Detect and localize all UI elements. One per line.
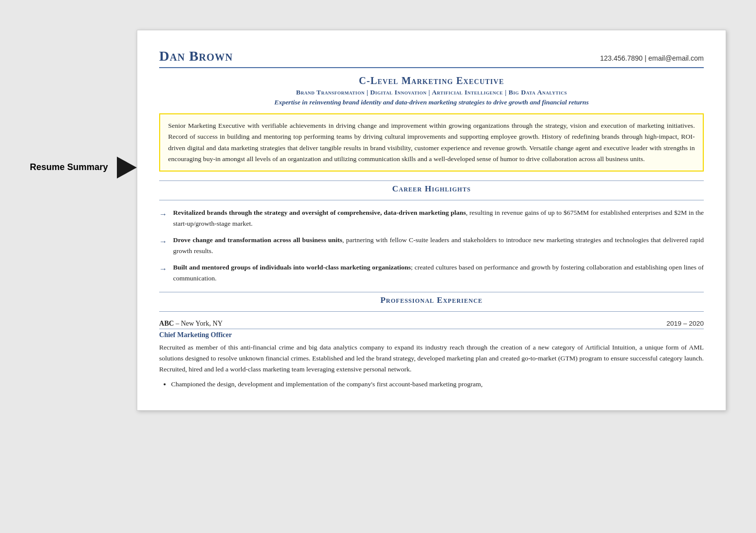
highlight-text-2: Drove change and transformation across a… [173,235,704,256]
highlight-arrow-icon: → [159,263,167,275]
resume-document: Dan Brown 123.456.7890 | email@email.com… [137,30,726,411]
job-title: C-Level Marketing Executive [159,75,704,87]
career-highlights-title: Career Highlights [392,184,471,193]
annotation-wrapper: Resume Summary [30,157,137,178]
page-wrapper: Resume Summary Dan Brown 123.456.7890 | … [0,10,756,431]
company-info: ABC – New York, NY [159,319,223,328]
highlight-bold-3: Built and mentored groups of individuals… [173,264,411,271]
section-divider-bottom-exp [159,311,704,312]
highlight-bold-1: Revitalized brands through the strategy … [173,209,466,216]
section-divider-top-highlights [159,180,704,181]
highlights-list: → Revitalized brands through the strateg… [159,207,704,284]
company-suffix: – New York, NY [174,320,223,327]
highlight-bold-2: Drove change and transformation across a… [173,236,342,244]
header-section: Dan Brown 123.456.7890 | email@email.com [159,48,704,68]
expertise: Expertise in reinventing brand identity … [159,98,704,106]
job-title-exp: Chief Marketing Officer [159,331,704,339]
title-section: C-Level Marketing Executive Brand Transf… [159,75,704,106]
arrow-icon [117,157,137,178]
resume-summary-label: Resume Summary [30,162,108,172]
highlight-text-1: Revitalized brands through the strategy … [173,207,704,229]
list-item: → Revitalized brands through the strateg… [159,207,704,229]
professional-experience-section: Professional Experience ABC – New York, … [159,292,704,390]
company-name: ABC [159,320,174,327]
exp-description: Recruited as member of this anti-financi… [159,342,704,375]
candidate-name: Dan Brown [159,48,233,64]
professional-experience-title: Professional Experience [380,295,483,305]
summary-box: Senior Marketing Executive with verifiab… [159,113,704,172]
highlight-arrow-icon: → [159,208,167,221]
highlight-text-3: Built and mentored groups of individuals… [173,262,704,283]
exp-bullet: Championed the design, development and i… [171,379,704,390]
career-highlights-header: Career Highlights [159,184,704,194]
list-item: → Built and mentored groups of individua… [159,262,704,283]
job-entry: ABC – New York, NY 2019 – 2020 Chief Mar… [159,319,704,390]
sidebar-annotation: Resume Summary [30,30,137,178]
exp-divider [159,329,704,329]
specialties: Brand Transformation | Digital Innovatio… [159,89,704,96]
section-divider-bottom-highlights [159,200,704,200]
highlight-arrow-icon: → [159,235,167,248]
summary-text: Senior Marketing Executive with verifiab… [168,122,695,163]
section-divider-top-exp [159,292,704,292]
exp-bullets: Championed the design, development and i… [171,379,704,390]
list-item: → Drove change and transformation across… [159,235,704,256]
exp-header: ABC – New York, NY 2019 – 2020 [159,319,704,328]
career-highlights-section: Career Highlights → Revitalized brands t… [159,180,704,284]
professional-experience-header: Professional Experience [159,295,704,305]
exp-date: 2019 – 2020 [666,320,704,327]
contact-info: 123.456.7890 | email@email.com [600,54,704,62]
